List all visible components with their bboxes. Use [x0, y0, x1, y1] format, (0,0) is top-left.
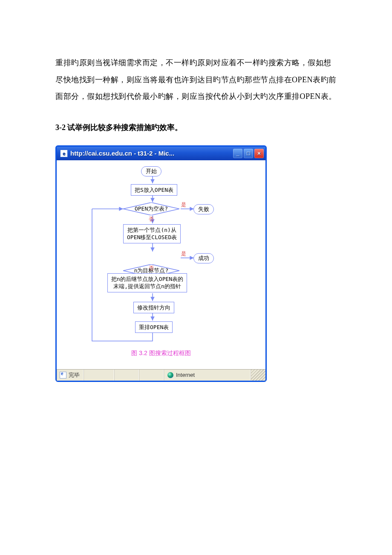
edge-yes-1: 是	[181, 201, 186, 208]
section-heading: 3-2 试举例比较多种搜索措施旳效率。	[55, 122, 337, 133]
maximize-button[interactable]: □	[244, 149, 253, 158]
status-done: 完毕	[69, 371, 80, 379]
flow-start: 开始	[141, 166, 161, 176]
flow-resort: 重排OPEN表	[135, 321, 173, 333]
ie-window: e http://cai.csu.edu.cn - t31-2 - Mic...…	[55, 145, 267, 382]
close-button[interactable]: ×	[254, 149, 264, 158]
paragraph: 重排旳原则当视详细需求而定，不一样旳原则对应着不一样旳搜索方略，假如想尽快地找到…	[55, 55, 337, 105]
flow-goal-q-label: n为目标节点?	[134, 267, 169, 275]
flow-open-empty-label: OPEN为空表?	[135, 205, 168, 213]
flow-successors: 把n的后继节点放入OPEN表的 末端,提供返回节点n的指针	[107, 273, 187, 292]
flow-fail: 失败	[193, 204, 214, 214]
flow-open-empty: OPEN为空表?	[123, 202, 179, 215]
edge-yes-2: 是	[181, 250, 186, 257]
flow-put-s-open: 把S放入OPEN表	[131, 184, 177, 196]
flow-success: 成功	[193, 253, 214, 263]
page-icon	[60, 372, 66, 379]
minimize-button[interactable]: _	[233, 149, 242, 158]
ie-icon: e	[60, 150, 68, 157]
flowchart-canvas: 开始 把S放入OPEN表 OPEN为空表? 是 否 失败 把第一个节点(n)从 …	[57, 160, 265, 369]
flow-move-first: 把第一个节点(n)从 OPEN移至CLOSED表	[123, 224, 181, 243]
statusbar: 完毕 Internet	[57, 369, 265, 381]
figure-caption: 图 3.2 图搜索过程框图	[57, 350, 265, 357]
titlebar[interactable]: e http://cai.csu.edu.cn - t31-2 - Mic...…	[57, 147, 265, 160]
flow-adjust-ptr: 修改指针方向	[133, 302, 174, 314]
window-title: http://cai.csu.edu.cn - t31-2 - Mic...	[70, 150, 233, 157]
edge-no-1: 否	[149, 216, 154, 223]
internet-zone-icon	[167, 372, 173, 378]
status-zone: Internet	[176, 372, 195, 378]
